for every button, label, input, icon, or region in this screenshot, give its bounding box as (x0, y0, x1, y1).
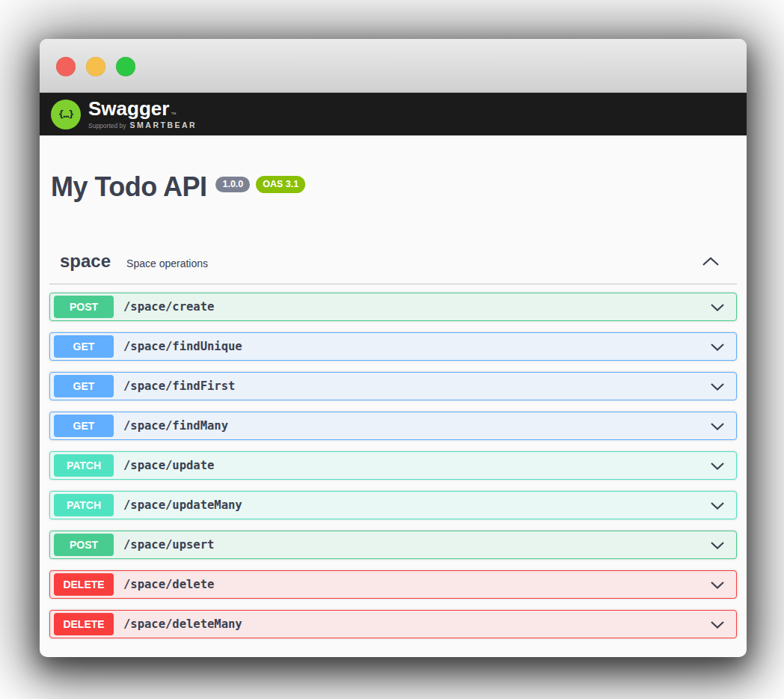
swagger-brand[interactable]: Swagger ™ Supported by SMARTBEAR (88, 99, 197, 129)
opblock-get-space-findmany[interactable]: GET /space/findMany (49, 412, 737, 440)
chevron-down-icon[interactable] (710, 422, 725, 430)
opblock-post-space-upsert[interactable]: POST /space/upsert (49, 531, 737, 559)
operations-list: POST /space/create GET /space/findUnique… (49, 293, 737, 638)
supported-by-text: Supported by (88, 122, 126, 129)
chevron-down-icon[interactable] (710, 581, 725, 589)
smartbear-brand: SMARTBEAR (130, 120, 197, 129)
chevron-down-icon[interactable] (710, 462, 725, 470)
method-badge: GET (54, 335, 114, 358)
minimize-window-button[interactable] (86, 57, 105, 76)
version-badge: 1.0.0 (215, 177, 250, 192)
chevron-down-icon[interactable] (710, 501, 725, 510)
opblock-patch-space-updatemany[interactable]: PATCH /space/updateMany (49, 491, 737, 519)
macos-titlebar[interactable] (40, 39, 747, 93)
chevron-down-icon[interactable] (710, 303, 725, 311)
api-info-header: My Todo API 1.0.0 OAS 3.1 (51, 171, 737, 203)
chevron-down-icon[interactable] (710, 620, 725, 629)
swagger-logo-icon[interactable]: {…} (51, 100, 81, 129)
method-badge: DELETE (54, 613, 114, 635)
endpoint-path: /space/delete (123, 578, 214, 591)
opblock-get-space-findunique[interactable]: GET /space/findUnique (49, 332, 737, 361)
swagger-topbar: {…} Swagger ™ Supported by SMARTBEAR (40, 93, 747, 135)
method-badge: GET (54, 375, 114, 397)
tag-name: space (60, 251, 111, 272)
endpoint-path: /space/findUnique (123, 340, 242, 353)
chevron-up-icon[interactable] (702, 257, 720, 266)
zoom-window-button[interactable] (116, 57, 135, 76)
oas-version-badge: OAS 3.1 (256, 176, 305, 193)
method-badge: GET (54, 415, 114, 437)
endpoint-path: /space/upsert (123, 538, 214, 552)
swagger-brand-name: Swagger (88, 99, 169, 118)
tag-section-header-space[interactable]: space Space operations (49, 251, 737, 284)
method-badge: DELETE (54, 573, 114, 596)
opblock-delete-space-deletemany[interactable]: DELETE /space/deleteMany (49, 610, 737, 638)
page-title: My Todo API (51, 171, 206, 203)
trademark-symbol: ™ (171, 111, 176, 118)
endpoint-path: /space/update (123, 459, 214, 472)
chevron-down-icon[interactable] (710, 541, 725, 549)
opblock-delete-space-delete[interactable]: DELETE /space/delete (49, 570, 737, 599)
endpoint-path: /space/findFirst (123, 379, 235, 393)
method-badge: PATCH (54, 494, 114, 516)
method-badge: POST (54, 296, 114, 318)
endpoint-path: /space/deleteMany (123, 617, 242, 631)
opblock-post-space-create[interactable]: POST /space/create (49, 293, 737, 321)
method-badge: PATCH (54, 454, 114, 477)
chevron-down-icon[interactable] (710, 382, 725, 391)
app-window: {…} Swagger ™ Supported by SMARTBEAR My … (40, 39, 747, 657)
chevron-down-icon[interactable] (710, 343, 725, 351)
endpoint-path: /space/updateMany (123, 498, 242, 512)
tag-description: Space operations (126, 257, 208, 269)
api-docs-content: My Todo API 1.0.0 OAS 3.1 space Space op… (40, 171, 747, 638)
opblock-get-space-findfirst[interactable]: GET /space/findFirst (49, 372, 737, 400)
screenshot-stage: {…} Swagger ™ Supported by SMARTBEAR My … (0, 0, 784, 699)
endpoint-path: /space/findMany (123, 419, 228, 433)
close-window-button[interactable] (56, 57, 76, 76)
opblock-patch-space-update[interactable]: PATCH /space/update (49, 451, 737, 480)
method-badge: POST (54, 534, 114, 556)
endpoint-path: /space/create (123, 300, 214, 314)
